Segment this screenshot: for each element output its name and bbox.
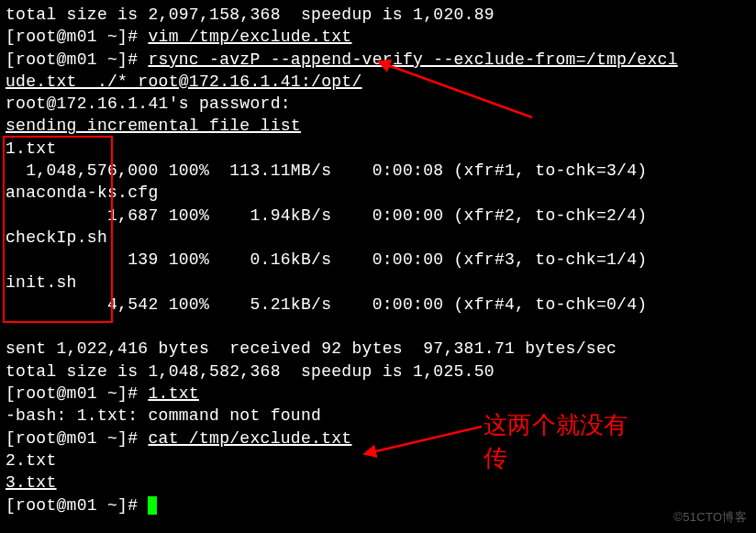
progress: 139 100% 0.16kB/s 0:00:00 (xfr#3, to-chk… (6, 250, 647, 269)
line: root@172.16.1.41's password: (6, 94, 291, 113)
cmd: 1.txt (148, 384, 199, 403)
prompt: [root@m01 ~]# (6, 496, 148, 515)
terminal-output[interactable]: total size is 2,097,158,368 speedup is 1… (0, 0, 756, 516)
progress: 4,542 100% 5.21kB/s 0:00:00 (xfr#4, to-c… (6, 295, 647, 314)
file: init.sh (6, 273, 77, 292)
file: 1.txt (6, 139, 57, 158)
summary: sent 1,022,416 bytes received 92 bytes 9… (6, 339, 617, 358)
line: total size is 2,097,158,368 speedup is 1… (6, 6, 495, 24)
file-listed: 3.txt (6, 473, 57, 492)
cmd: vim /tmp/exclude.txt (148, 28, 351, 46)
prompt: [root@m01 ~]# (6, 50, 148, 69)
prompt: [root@m01 ~]# (6, 429, 148, 448)
progress: 1,687 100% 1.94kB/s 0:00:00 (xfr#2, to-c… (6, 206, 647, 225)
line: sending incremental file list (6, 117, 301, 135)
cmd-cont: ude.txt ./* root@172.16.1.41:/opt/ (6, 72, 362, 91)
summary: total size is 1,048,582,368 speedup is 1… (6, 362, 495, 381)
cmd: rsync -avzP --append-verify --exclude-fr… (148, 50, 677, 69)
file-listed: 2.txt (6, 451, 57, 470)
watermark: ©51CTO博客 (673, 509, 747, 526)
cursor-icon (148, 496, 157, 515)
progress: 1,048,576,000 100% 113.11MB/s 0:00:08 (x… (6, 161, 647, 180)
annotation-text: 这两个就没有 (484, 409, 628, 441)
file: checkIp.sh (6, 228, 107, 247)
file: anaconda-ks.cfg (6, 183, 159, 202)
cmd: cat /tmp/exclude.txt (148, 429, 351, 448)
err: -bash: 1.txt: command not found (6, 406, 321, 425)
annotation-text: 传 (484, 442, 507, 474)
prompt: [root@m01 ~]# (6, 384, 148, 403)
prompt: [root@m01 ~]# (6, 28, 148, 46)
